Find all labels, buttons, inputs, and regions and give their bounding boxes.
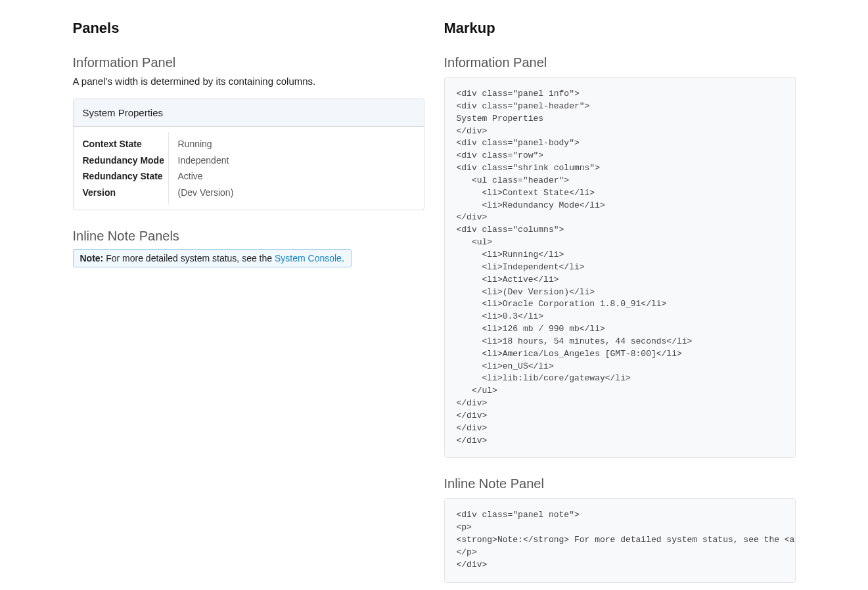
note-text-before: For more detailed system status, see the [103,253,275,263]
system-properties-panel: System Properties Context State Redundan… [73,99,424,210]
inline-note-panels-heading: Inline Note Panels [73,229,424,244]
code-block-note-panel: <div class="panel note"> <p> <strong>Not… [444,498,796,582]
panel-body: Context State Redundancy Mode Redundancy… [74,127,424,210]
prop-val: Active [178,168,415,185]
system-console-link[interactable]: System Console [275,253,342,263]
panels-title: Panels [73,20,424,37]
panels-column: Panels Information Panel A panel's width… [73,20,424,583]
prop-key: Redundancy State [83,168,159,185]
markup-information-panel-heading: Information Panel [444,55,796,70]
note-text-after: . [342,253,344,263]
prop-key: Version [83,185,159,201]
prop-val: Running [178,136,415,152]
panel-header: System Properties [74,99,424,127]
prop-val: Independent [178,152,415,169]
markup-column: Markup Information Panel <div class="pan… [444,20,796,583]
prop-key: Redundancy Mode [83,152,159,169]
prop-val: (Dev Version) [178,185,415,201]
property-values: Running Independent Active (Dev Version) [169,132,424,204]
information-panel-description: A panel's width is determined by its con… [73,76,424,87]
prop-key: Context State [83,136,159,152]
markup-title: Markup [444,20,796,37]
code-block-info-panel: <div class="panel info"> <div class="pan… [444,77,796,458]
note-strong: Note: [80,253,104,263]
property-keys: Context State Redundancy Mode Redundancy… [74,132,169,204]
markup-inline-note-panel-heading: Inline Note Panel [444,476,796,491]
information-panel-heading: Information Panel [73,55,424,70]
inline-note-panel: Note: For more detailed system status, s… [73,249,352,267]
